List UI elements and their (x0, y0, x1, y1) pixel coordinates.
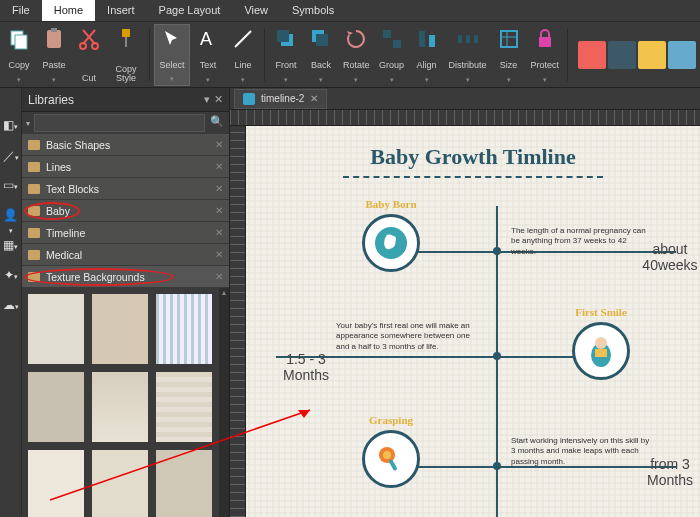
align-button[interactable]: Align▾ (410, 24, 444, 86)
tool-cloud-icon[interactable]: ☁▾ (3, 298, 19, 314)
close-icon[interactable]: ✕ (310, 93, 318, 104)
tool-star-icon[interactable]: ✦▾ (3, 268, 19, 284)
search-icon[interactable]: 🔍 (209, 115, 225, 131)
svg-rect-20 (474, 35, 478, 43)
menu-home[interactable]: Home (42, 0, 95, 21)
tool-person-icon[interactable]: 👤▾ (3, 208, 19, 224)
panel-close-icon[interactable]: ✕ (214, 93, 223, 106)
svg-point-4 (80, 43, 86, 49)
texture-thumb[interactable] (92, 294, 148, 364)
doc-icon (243, 93, 255, 105)
category-timeline[interactable]: Timeline✕ (22, 222, 229, 244)
tool-shapes-icon[interactable]: ◧▾ (3, 118, 19, 134)
event-label: Baby Born (365, 198, 416, 210)
svg-rect-3 (51, 28, 57, 32)
svg-rect-11 (277, 30, 289, 42)
event-label: First Smile (575, 306, 627, 318)
protect-button[interactable]: Protect▾ (527, 24, 564, 86)
tool-line-icon[interactable]: ／▾ (3, 148, 19, 164)
svg-rect-21 (501, 31, 517, 47)
texture-thumb[interactable] (156, 450, 212, 517)
svg-rect-18 (458, 35, 462, 43)
paste-button[interactable]: Paste▾ (37, 24, 71, 86)
text-button[interactable]: AText▾ (191, 24, 225, 86)
texture-thumb[interactable] (92, 450, 148, 517)
line-button[interactable]: Line▾ (226, 24, 260, 86)
svg-point-24 (390, 236, 396, 242)
distribute-button[interactable]: Distribute▾ (445, 24, 491, 86)
left-toolbar: ◧▾ ／▾ ▭▾ 👤▾ ▦▾ ✦▾ ☁▾ (0, 88, 22, 517)
svg-rect-14 (383, 30, 391, 38)
close-icon[interactable]: ✕ (215, 271, 223, 282)
swatch-4[interactable] (668, 41, 696, 69)
texture-thumb[interactable] (28, 372, 84, 442)
menu-symbols[interactable]: Symbols (280, 0, 346, 21)
category-medical[interactable]: Medical✕ (22, 244, 229, 266)
canvas-area: timeline-2 ✕ Baby Growth Timline Baby Bo… (230, 88, 700, 517)
swatch-2[interactable] (608, 41, 636, 69)
category-basic-shapes[interactable]: Basic Shapes✕ (22, 134, 229, 156)
group-button[interactable]: Group▾ (375, 24, 409, 86)
category-baby[interactable]: Baby✕ (22, 200, 229, 222)
menu-insert[interactable]: Insert (95, 0, 147, 21)
tab-label: timeline-2 (261, 93, 304, 104)
svg-rect-1 (15, 35, 27, 49)
tool-page-icon[interactable]: ▭▾ (3, 178, 19, 194)
svg-rect-7 (125, 37, 127, 47)
svg-point-5 (92, 43, 98, 49)
ribbon: Copy▾ Paste▾ Cut Copy Style Select▾ ATex… (0, 22, 700, 88)
copy-button[interactable]: Copy▾ (2, 24, 36, 86)
front-button[interactable]: Front▾ (269, 24, 303, 86)
event-desc: Your baby's first real one will make an … (336, 321, 476, 352)
cut-button[interactable]: Cut (72, 24, 106, 86)
tool-chart-icon[interactable]: ▦▾ (3, 238, 19, 254)
event-time: about 40weeks (630, 241, 700, 273)
texture-thumb[interactable] (156, 372, 212, 442)
document-tab[interactable]: timeline-2 ✕ (234, 89, 327, 109)
svg-point-29 (383, 451, 391, 459)
menu-file[interactable]: File (0, 0, 42, 21)
search-input[interactable] (34, 114, 205, 132)
panel-menu-icon[interactable]: ▾ (204, 93, 210, 106)
svg-rect-30 (388, 459, 397, 471)
texture-thumb[interactable] (28, 450, 84, 517)
svg-rect-19 (466, 35, 470, 43)
svg-rect-22 (539, 37, 551, 47)
texture-grid: ▴ (22, 288, 229, 517)
category-list: Basic Shapes✕ Lines✕ Text Blocks✕ Baby✕ … (22, 134, 229, 288)
event-time: from 3 Months (630, 456, 700, 488)
close-icon[interactable]: ✕ (215, 139, 223, 150)
menu-page-layout[interactable]: Page Layout (147, 0, 233, 21)
close-icon[interactable]: ✕ (215, 183, 223, 194)
back-button[interactable]: Back▾ (304, 24, 338, 86)
search-dropdown-icon[interactable]: ▾ (26, 119, 30, 128)
select-button[interactable]: Select▾ (154, 24, 190, 86)
close-icon[interactable]: ✕ (215, 249, 223, 260)
canvas-page[interactable]: Baby Growth Timline Baby Born The length… (246, 126, 700, 517)
texture-thumb[interactable] (28, 294, 84, 364)
category-lines[interactable]: Lines✕ (22, 156, 229, 178)
category-text-blocks[interactable]: Text Blocks✕ (22, 178, 229, 200)
svg-rect-16 (419, 31, 425, 47)
texture-thumb[interactable] (92, 372, 148, 442)
svg-rect-2 (47, 30, 61, 48)
size-button[interactable]: Size▾ (492, 24, 526, 86)
color-swatches (578, 41, 696, 69)
svg-rect-17 (429, 35, 435, 47)
svg-rect-6 (122, 29, 130, 37)
menu-view[interactable]: View (232, 0, 280, 21)
event-label: Grasping (369, 414, 413, 426)
svg-rect-13 (316, 34, 328, 46)
close-icon[interactable]: ✕ (215, 227, 223, 238)
rotate-button[interactable]: Rotate▾ (339, 24, 374, 86)
category-texture-backgrounds[interactable]: Texture Backgrounds✕ (22, 266, 229, 288)
close-icon[interactable]: ✕ (215, 161, 223, 172)
swatch-1[interactable] (578, 41, 606, 69)
copy-style-button[interactable]: Copy Style (107, 24, 145, 86)
swatch-3[interactable] (638, 41, 666, 69)
close-icon[interactable]: ✕ (215, 205, 223, 216)
page-title: Baby Growth Timline (246, 144, 700, 170)
texture-thumb[interactable] (156, 294, 212, 364)
svg-rect-27 (595, 349, 607, 357)
svg-rect-15 (393, 40, 401, 48)
